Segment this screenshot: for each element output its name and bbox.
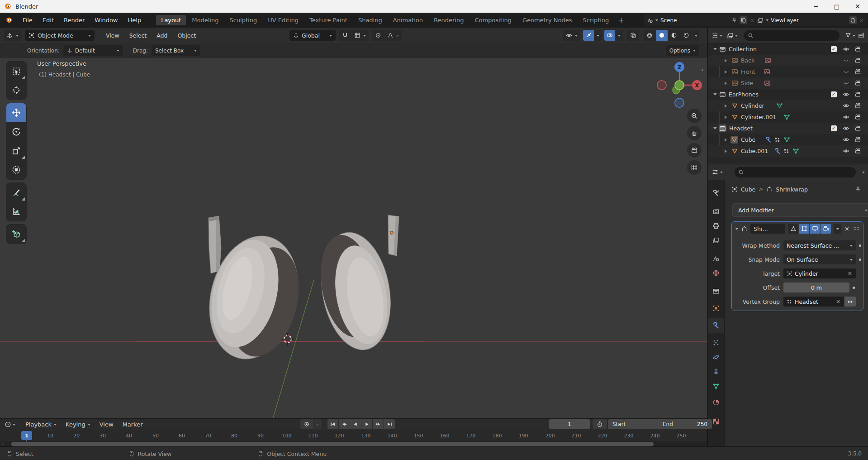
offset-slider[interactable]: 0 m [783,283,849,292]
disclosure-icon[interactable] [725,104,729,108]
zoom-view-button[interactable] [687,109,702,123]
clear-vertex-group-icon[interactable] [835,299,841,304]
tab-rendering[interactable]: Rendering [429,15,469,25]
toggle-edit-mode[interactable] [799,224,809,234]
tool-annotate[interactable] [6,183,26,202]
tab-collection[interactable] [708,284,724,298]
collection-checkbox[interactable]: ✓ [830,125,837,132]
snap-settings-dropdown[interactable] [351,30,369,41]
eye-icon[interactable] [842,102,849,110]
target-object-field[interactable]: Cylinder [783,268,856,278]
disclosure-icon[interactable] [713,127,717,131]
collection-checkbox[interactable]: ✓ [830,91,837,98]
tool-scale[interactable] [6,141,26,160]
drag-mode-dropdown[interactable]: Select Box [152,45,200,56]
blender-menu-logo-icon[interactable] [5,16,13,24]
modifier-extras-dropdown[interactable] [834,224,841,234]
tab-modeling[interactable]: Modeling [187,15,223,25]
sidebar-collapse-arrow[interactable]: ‹ [701,66,703,73]
eye-closed-icon[interactable] [842,57,849,64]
xray-toggle[interactable] [627,30,639,41]
modifier-panel-header[interactable]: Shr... [732,222,863,235]
tab-render[interactable] [708,204,724,219]
add-modifier-button[interactable]: Add Modifier [732,203,868,217]
viewport-canvas[interactable]: User Perspective (1) Headset | Cube Z [0,58,707,418]
breadcrumb-modifier[interactable]: Shrinkwrap [776,186,808,193]
properties-options-dropdown[interactable] [862,172,865,175]
tool-rotate[interactable] [6,122,26,141]
tab-layout[interactable]: Layout [156,15,186,25]
pin-icon[interactable] [731,17,737,23]
menu-playback[interactable]: Playback [21,419,61,430]
tab-tool[interactable] [708,186,724,201]
add-workspace-button[interactable]: + [615,16,628,24]
shading-material-button[interactable] [668,30,680,41]
shading-rendered-button[interactable] [680,30,692,41]
auto-key-button[interactable] [300,419,313,429]
tab-compositing[interactable]: Compositing [470,15,517,25]
editor-type-button[interactable] [4,30,21,41]
tool-measure[interactable] [6,202,26,221]
tool-cursor[interactable] [6,81,26,100]
timeline-editor-type-button[interactable] [5,421,15,428]
camera-icon[interactable] [854,136,861,144]
clear-target-icon[interactable] [847,271,853,276]
menu-edit[interactable]: Edit [38,13,59,28]
tool-move[interactable] [6,103,26,122]
invert-vertex-group-button[interactable]: ↔ [844,297,856,307]
disclosure-icon[interactable] [725,81,729,85]
ortho-toggle-button[interactable] [687,160,702,175]
use-preview-range-button[interactable] [593,419,607,429]
prev-keyframe-button[interactable] [339,419,350,429]
camera-icon[interactable] [854,102,861,110]
tool-add-cube[interactable] [6,225,26,244]
scrollbar-thumb[interactable] [11,442,654,446]
transform-orientation-dropdown[interactable]: Global [289,30,336,41]
camera-icon[interactable] [854,46,861,53]
outliner-filter-button[interactable] [845,32,855,38]
new-collection-button[interactable] [858,32,865,39]
tab-sculpting[interactable]: Sculpting [224,15,262,25]
menu-file[interactable]: File [18,13,38,28]
proportional-falloff-dropdown[interactable] [384,30,402,41]
region-expand-arrow[interactable]: › [2,441,4,446]
menu-help[interactable]: Help [123,13,147,28]
camera-icon[interactable] [854,114,861,121]
outliner-row-earphones[interactable]: EarPhones ✓ [708,89,868,100]
outliner-row-headset[interactable]: Headset ✓ [708,123,868,134]
auto-key-dropdown[interactable] [313,419,322,429]
outliner-row-back[interactable]: Back [708,55,868,66]
tab-scene[interactable] [708,251,724,266]
tab-modifiers[interactable] [708,318,724,333]
menu-keying[interactable]: Keying [61,419,95,430]
options-dropdown[interactable]: Options [666,45,699,56]
tab-geometry-nodes[interactable]: Geometry Nodes [517,15,577,25]
animate-dot[interactable] [859,259,861,261]
drag-handle-icon[interactable] [854,227,859,230]
shading-solid-button[interactable] [656,30,668,41]
tab-output[interactable] [708,219,724,233]
outliner-display-mode-button[interactable] [727,32,738,39]
gizmo-dropdown[interactable] [594,30,602,41]
toggle-render[interactable] [821,224,831,234]
camera-icon[interactable] [854,91,861,98]
tab-constraints[interactable] [708,364,724,379]
tab-view-layer[interactable] [708,233,724,248]
tab-texture-paint[interactable]: Texture Paint [304,15,352,25]
camera-icon[interactable] [854,68,861,76]
menu-object[interactable]: Object [172,28,201,43]
snap-toggle-button[interactable] [339,30,351,41]
outliner-row-cube[interactable]: Cube [708,134,868,145]
play-button[interactable] [361,419,372,429]
animate-dot[interactable] [853,287,855,289]
overlays-dropdown[interactable] [616,30,623,41]
disclosure-icon[interactable] [725,149,729,153]
camera-view-button[interactable] [687,143,702,158]
tab-animation[interactable]: Animation [388,15,428,25]
frame-end-field[interactable]: End 250 [658,419,712,429]
tab-uv-editing[interactable]: UV Editing [263,15,304,25]
camera-icon[interactable] [854,148,861,155]
viewlayer-selector[interactable]: ViewLayer [754,14,867,26]
tool-transform[interactable] [6,160,26,179]
animate-dot[interactable] [859,244,861,247]
